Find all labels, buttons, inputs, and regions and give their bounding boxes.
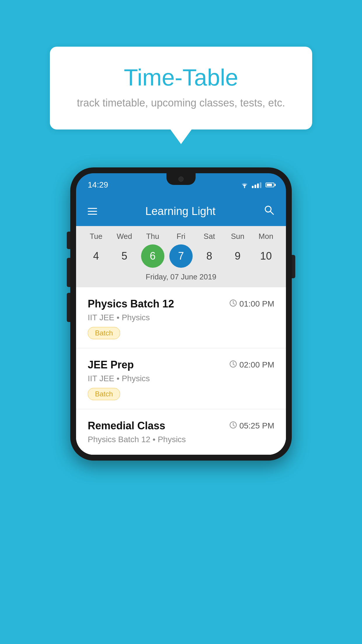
date-5[interactable]: 5 bbox=[113, 244, 136, 268]
volume-down-button bbox=[67, 293, 70, 322]
phone-screen: Learning Light Tue Wed Thu Fri Sat Sun bbox=[76, 197, 286, 455]
schedule-item-subtitle-1: IIT JEE • Physics bbox=[88, 313, 274, 322]
power-button bbox=[292, 255, 295, 278]
search-icon[interactable] bbox=[264, 205, 274, 218]
weekday-sun: Sun bbox=[226, 232, 249, 241]
phone-frame: 14:29 bbox=[70, 167, 292, 461]
schedule-item-1[interactable]: Physics Batch 12 01:00 PM bbox=[76, 287, 286, 348]
wifi-icon bbox=[240, 182, 249, 188]
schedule-item-header-3: Remedial Class 05:25 PM bbox=[88, 420, 274, 432]
weekday-sat: Sat bbox=[198, 232, 221, 241]
schedule-item-subtitle-3: Physics Batch 12 • Physics bbox=[88, 435, 274, 444]
dates-row: 4 5 6 7 8 9 10 bbox=[76, 244, 286, 268]
date-8[interactable]: 8 bbox=[198, 244, 221, 268]
date-4[interactable]: 4 bbox=[85, 244, 108, 268]
battery-fill bbox=[267, 184, 272, 186]
date-9[interactable]: 9 bbox=[226, 244, 249, 268]
volume-up-button bbox=[67, 258, 70, 287]
status-time: 14:29 bbox=[88, 180, 108, 190]
batch-badge-1: Batch bbox=[88, 327, 120, 339]
app-header: Learning Light bbox=[76, 197, 286, 226]
svg-line-11 bbox=[233, 425, 235, 426]
weekday-mon: Mon bbox=[254, 232, 277, 241]
svg-line-2 bbox=[270, 211, 273, 214]
status-icons bbox=[240, 182, 274, 188]
app-title: Learning Light bbox=[145, 205, 216, 218]
schedule-item-subtitle-2: IIT JEE • Physics bbox=[88, 374, 274, 383]
schedule-item-3[interactable]: Remedial Class 05:25 PM bbox=[76, 409, 286, 455]
tooltip-title: Time-Table bbox=[73, 64, 289, 91]
signal-icon bbox=[252, 182, 261, 188]
phone-mockup: 14:29 bbox=[70, 167, 292, 461]
schedule-item-time-2: 02:00 PM bbox=[229, 360, 274, 370]
notch bbox=[166, 173, 196, 185]
date-10[interactable]: 10 bbox=[254, 244, 277, 268]
clock-icon-3 bbox=[229, 421, 237, 431]
weekday-tue: Tue bbox=[85, 232, 108, 241]
schedule-item-title-1: Physics Batch 12 bbox=[88, 298, 174, 310]
selected-date-label: Friday, 07 June 2019 bbox=[76, 272, 286, 284]
tooltip-subtitle: track timetable, upcoming classes, tests… bbox=[73, 97, 289, 109]
schedule-item-title-2: JEE Prep bbox=[88, 359, 134, 371]
weekday-fri: Fri bbox=[169, 232, 193, 241]
status-bar: 14:29 bbox=[76, 173, 286, 197]
clock-icon-1 bbox=[229, 299, 237, 309]
battery-icon bbox=[266, 183, 274, 187]
schedule-item-title-3: Remedial Class bbox=[88, 420, 165, 432]
date-7-selected[interactable]: 7 bbox=[169, 244, 193, 268]
schedule-item-header-1: Physics Batch 12 01:00 PM bbox=[88, 298, 274, 310]
schedule-item-time-1: 01:00 PM bbox=[229, 299, 274, 309]
silent-button bbox=[67, 232, 70, 249]
clock-icon-2 bbox=[229, 360, 237, 370]
weekday-wed: Wed bbox=[113, 232, 136, 241]
tooltip-card: Time-Table track timetable, upcoming cla… bbox=[50, 47, 312, 130]
menu-icon[interactable] bbox=[88, 208, 97, 215]
svg-line-8 bbox=[233, 364, 235, 365]
svg-line-5 bbox=[233, 303, 235, 304]
calendar-strip: Tue Wed Thu Fri Sat Sun Mon 4 5 6 7 8 9 … bbox=[76, 226, 286, 287]
weekday-thu: Thu bbox=[141, 232, 164, 241]
schedule-item-2[interactable]: JEE Prep 02:00 PM bbox=[76, 348, 286, 409]
svg-point-0 bbox=[244, 187, 245, 188]
schedule-item-header-2: JEE Prep 02:00 PM bbox=[88, 359, 274, 371]
weekdays-row: Tue Wed Thu Fri Sat Sun Mon bbox=[76, 232, 286, 241]
camera bbox=[178, 176, 184, 182]
date-6-today[interactable]: 6 bbox=[141, 244, 164, 268]
batch-badge-2: Batch bbox=[88, 388, 120, 400]
schedule-list: Physics Batch 12 01:00 PM bbox=[76, 287, 286, 455]
schedule-item-time-3: 05:25 PM bbox=[229, 421, 274, 431]
